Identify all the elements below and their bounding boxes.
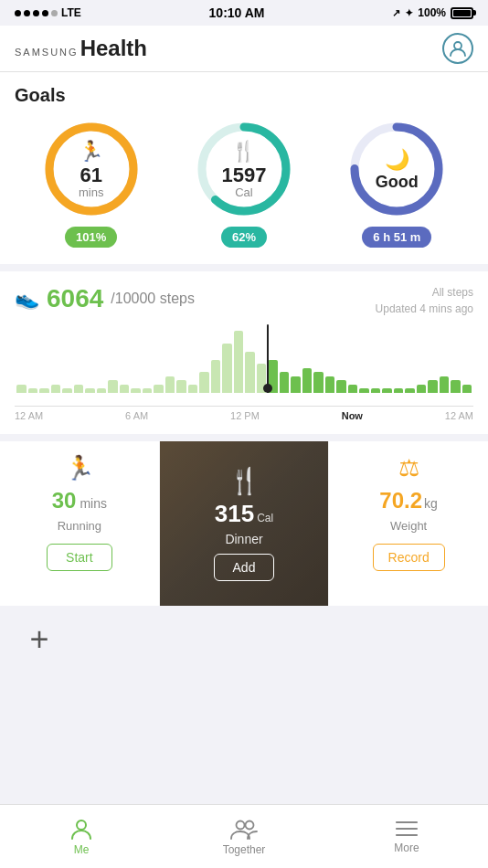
bar-11 <box>143 388 153 393</box>
bar-28 <box>336 380 346 393</box>
me-nav-label: Me <box>74 843 90 856</box>
steps-count: 6064 <box>47 284 103 313</box>
food-card-icon: 🍴 <box>228 466 260 496</box>
steps-section[interactable]: 👟 6064 /10000 steps All steps Updated 4 … <box>0 271 488 434</box>
goal-food[interactable]: 🍴 1597 Cal 62% <box>194 119 294 248</box>
food-unit: Cal <box>235 185 253 199</box>
bars-container <box>15 324 473 393</box>
bar-10 <box>131 388 141 393</box>
together-nav-label: Together <box>223 843 266 856</box>
running-start-button[interactable]: Start <box>47 544 112 571</box>
app-logo: SAMSUNG Health <box>15 36 147 61</box>
bar-14 <box>176 380 186 393</box>
carrier-label: LTE <box>61 6 81 19</box>
running-card[interactable]: 🏃 30 mins Running Start <box>0 441 160 606</box>
nav-item-me[interactable]: Me <box>0 805 163 868</box>
bottom-nav: Me Together More <box>0 804 488 868</box>
svg-point-0 <box>454 42 461 49</box>
steps-total: /10000 steps <box>111 291 195 307</box>
app-header: SAMSUNG Health <box>0 26 488 72</box>
bar-23 <box>280 372 290 393</box>
bar-2 <box>39 388 49 393</box>
bar-13 <box>165 376 175 393</box>
bar-32 <box>382 388 392 393</box>
bar-8 <box>108 380 118 393</box>
bar-4 <box>62 388 72 393</box>
bar-39 <box>462 385 472 393</box>
sleep-icon: 🌙 <box>385 148 409 172</box>
goals-title: Goals <box>15 85 473 106</box>
cards-row: 🏃 30 mins Running Start 🍴 315 Cal Dinner… <box>0 441 488 606</box>
time-labels: 12 AM 6 AM 12 PM Now 12 AM <box>15 410 473 421</box>
bar-37 <box>440 376 450 393</box>
exercise-value: 61 <box>80 165 101 185</box>
food-type: Dinner <box>225 532 262 546</box>
nav-item-together[interactable]: Together <box>163 805 325 868</box>
time-now: Now <box>342 410 363 421</box>
bar-5 <box>74 385 84 393</box>
svg-point-9 <box>246 821 254 830</box>
bar-17 <box>211 360 221 393</box>
battery-icon <box>451 7 473 19</box>
food-card[interactable]: 🍴 315 Cal Dinner Add <box>160 441 330 606</box>
goal-exercise[interactable]: 🏃 61 mins 101% <box>41 119 142 248</box>
food-unit: Cal <box>257 512 273 524</box>
now-line <box>267 324 269 393</box>
bar-34 <box>405 388 415 393</box>
weight-card[interactable]: ⚖ 70.2 kg Weight Record <box>329 441 488 606</box>
bar-20 <box>245 352 255 393</box>
sleep-badge: 6 h 51 m <box>362 227 431 248</box>
food-badge: 62% <box>221 227 267 248</box>
bar-7 <box>97 388 107 393</box>
location-icon: ↗ <box>392 7 400 19</box>
bar-12 <box>154 385 164 393</box>
weight-unit: kg <box>424 496 438 511</box>
bar-9 <box>120 385 130 393</box>
bar-31 <box>371 388 381 393</box>
battery-percent: 100% <box>418 6 446 19</box>
status-right: ↗ ✦ 100% <box>392 6 473 19</box>
status-left: LTE <box>15 6 81 19</box>
weight-record-button[interactable]: Record <box>373 544 445 571</box>
more-nav-label: More <box>394 842 419 854</box>
bar-27 <box>325 376 335 393</box>
add-fab-button[interactable]: + <box>18 619 60 661</box>
bar-15 <box>188 385 198 393</box>
steps-chart <box>15 324 473 407</box>
bar-29 <box>348 385 358 393</box>
bar-6 <box>85 388 95 393</box>
bar-1 <box>28 388 38 393</box>
weight-label: Weight <box>390 519 427 533</box>
fab-area: + <box>0 606 488 673</box>
running-label: Running <box>58 519 101 533</box>
bar-33 <box>394 388 404 393</box>
exercise-unit: mins <box>79 185 103 199</box>
running-value: 30 <box>52 488 77 513</box>
svg-point-7 <box>77 820 86 830</box>
nav-item-more[interactable]: More <box>325 805 488 868</box>
bar-19 <box>234 331 244 393</box>
time-12am-start: 12 AM <box>15 410 43 421</box>
sleep-ring: 🌙 Good <box>346 119 447 219</box>
logo-health: Health <box>80 36 147 61</box>
bar-3 <box>51 385 61 393</box>
bar-26 <box>313 372 324 393</box>
food-bg: 🍴 315 Cal Dinner Add <box>160 441 329 606</box>
time-6am: 6 AM <box>125 410 148 421</box>
food-add-button[interactable]: Add <box>214 554 275 581</box>
goals-section: Goals 🏃 61 mins 101% <box>0 72 488 264</box>
weight-icon: ⚖ <box>398 454 419 482</box>
logo-samsung: SAMSUNG <box>15 47 79 58</box>
food-ring: 🍴 1597 Cal <box>194 119 294 219</box>
steps-header: 👟 6064 /10000 steps All steps Updated 4 … <box>15 284 473 317</box>
bar-0 <box>16 385 27 393</box>
exercise-ring: 🏃 61 mins <box>41 119 142 219</box>
running-icon: 🏃 <box>65 454 94 482</box>
goal-sleep[interactable]: 🌙 Good 6 h 51 m <box>346 119 447 248</box>
profile-icon[interactable] <box>442 33 473 64</box>
food-value: 1597 <box>222 165 267 185</box>
svg-point-8 <box>237 821 245 830</box>
food-icon: 🍴 <box>231 140 256 164</box>
add-icon: + <box>29 620 48 659</box>
bar-35 <box>417 385 427 393</box>
